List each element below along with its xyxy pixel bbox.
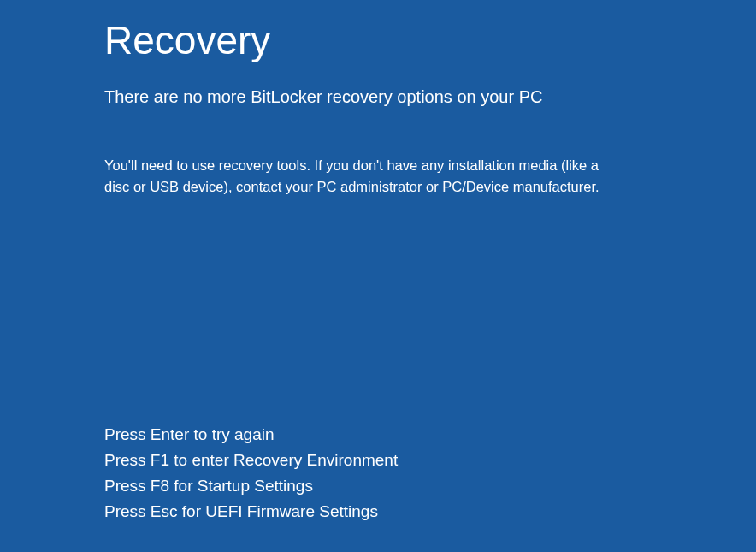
recovery-screen: Recovery There are no more BitLocker rec…	[0, 0, 756, 552]
instruction-esc[interactable]: Press Esc for UEFI Firmware Settings	[104, 499, 398, 525]
error-subtitle: There are no more BitLocker recovery opt…	[104, 87, 670, 107]
instruction-f1[interactable]: Press F1 to enter Recovery Environment	[104, 448, 398, 473]
error-body-text: You'll need to use recovery tools. If yo…	[104, 155, 609, 198]
instruction-enter[interactable]: Press Enter to try again	[104, 422, 398, 448]
instruction-f8[interactable]: Press F8 for Startup Settings	[104, 473, 398, 499]
keyboard-instructions: Press Enter to try again Press F1 to ent…	[104, 422, 398, 525]
page-title: Recovery	[104, 17, 670, 63]
